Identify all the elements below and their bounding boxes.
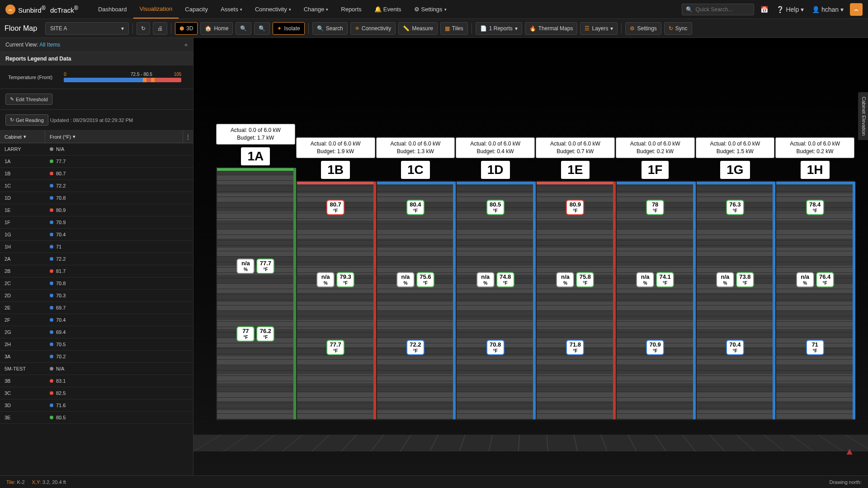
sensor-cluster: n/a%79.3°F — [316, 272, 354, 287]
racks-row: Actual: 0.0 of 6.0 kWBudget: 1.7 kW 1A n… — [216, 124, 854, 420]
quick-search[interactable]: 🔍 — [682, 4, 754, 15]
nav-visualization[interactable]: Visualization — [133, 0, 179, 19]
nav-reports[interactable]: Reports — [335, 0, 368, 19]
nav-capacity[interactable]: Capacity — [179, 0, 214, 19]
print-button[interactable]: 🖨 — [153, 22, 167, 35]
rack-body[interactable]: 76.3°Fn/a%73.8°F70.4°F — [696, 181, 775, 420]
rack-1D[interactable]: Actual: 0.0 of 6.0 kWBudget: 0.4 kW 1D 8… — [456, 137, 535, 420]
sensor-badge: 70.8°F — [486, 340, 505, 355]
sync-button[interactable]: ↻Sync — [664, 22, 692, 35]
sensor-cluster: 70.4°F — [726, 340, 744, 355]
rack-1E[interactable]: Actual: 0.0 of 6.0 kWBudget: 0.7 kW 1E 8… — [536, 137, 615, 420]
connectivity-button[interactable]: ✳Connectivity — [350, 22, 396, 35]
search-button[interactable]: 🔍Search — [312, 22, 348, 35]
rack-1F[interactable]: Actual: 0.0 of 6.0 kWBudget: 0.2 kW 1F 7… — [616, 137, 695, 420]
nav-events[interactable]: 🔔 Events — [368, 0, 408, 19]
refresh-button[interactable]: ↻ — [137, 22, 150, 35]
layers-button[interactable]: ☰Layers ▾ — [580, 22, 618, 35]
rack-1C[interactable]: Actual: 0.0 of 6.0 kWBudget: 1.3 kW 1C 8… — [376, 137, 455, 420]
rack-1A[interactable]: Actual: 0.0 of 6.0 kWBudget: 1.7 kW 1A n… — [216, 124, 295, 420]
zoom-out-button[interactable]: 🔍 — [254, 22, 270, 35]
3d-viewport[interactable]: Actual: 0.0 of 6.0 kWBudget: 1.7 kW 1A n… — [193, 38, 868, 475]
home-button[interactable]: 🏠Home — [200, 22, 233, 35]
collapse-sidebar-icon[interactable]: « — [184, 42, 188, 48]
user-avatar[interactable] — [850, 3, 863, 16]
table-row[interactable]: 2E69.7 — [0, 302, 193, 314]
cabinet-table[interactable]: LARRYN/A1A77.71B80.71C72.21D70.81E80.91F… — [0, 143, 193, 475]
table-row[interactable]: 1E80.9 — [0, 204, 193, 216]
table-row[interactable]: 1G70.4 — [0, 229, 193, 241]
thermal-icon: 🔥 — [529, 25, 536, 32]
sensor-badge: n/a% — [396, 272, 415, 287]
table-row[interactable]: 2C70.8 — [0, 277, 193, 290]
table-row[interactable]: 2H70.5 — [0, 338, 193, 351]
table-row[interactable]: 3E80.5 — [0, 412, 193, 424]
user-menu[interactable]: 👤 hchan ▾ — [810, 4, 845, 15]
sensor-badge: 80.9°F — [566, 200, 584, 215]
sensor-badge: 76.2°F — [256, 326, 274, 342]
gauge-bar[interactable] — [64, 78, 181, 82]
nav-settings[interactable]: ⚙ Settings ▾ — [408, 0, 453, 19]
sensor-cluster: 80.9°F — [566, 200, 584, 215]
table-row[interactable]: 3B83.1 — [0, 375, 193, 387]
sensor-cluster: n/a%73.8°F — [716, 272, 754, 287]
table-row[interactable]: 3C82.5 — [0, 387, 193, 399]
sensor-badge: n/a% — [316, 272, 335, 287]
tiles-button[interactable]: ▦Tiles — [440, 22, 468, 35]
table-row[interactable]: 2D70.3 — [0, 290, 193, 302]
table-row[interactable]: 2F70.4 — [0, 314, 193, 326]
table-row[interactable]: 1B80.7 — [0, 168, 193, 180]
sensor-badge: 79.3°F — [336, 272, 354, 287]
zoom-in-button[interactable]: 🔍 — [236, 22, 251, 35]
rack-body[interactable]: 80.9°Fn/a%75.8°F71.8°F — [536, 181, 615, 420]
3d-toggle[interactable]: ⬢3D — [175, 22, 198, 35]
table-row[interactable]: 2G69.4 — [0, 326, 193, 338]
rack-1B[interactable]: Actual: 0.0 of 6.0 kWBudget: 1.9 kW 1B 8… — [296, 137, 375, 420]
search-input[interactable] — [695, 6, 750, 13]
settings-button[interactable]: ⚙Settings — [625, 22, 661, 35]
table-row[interactable]: 1F70.9 — [0, 216, 193, 229]
table-row[interactable]: 3A70.2 — [0, 351, 193, 363]
col-cabinet[interactable]: Cabinet ▾ — [0, 131, 45, 143]
rack-body[interactable]: 78.4°Fn/a%76.4°F71°F — [775, 181, 854, 420]
table-row[interactable]: LARRYN/A — [0, 143, 193, 155]
measure-button[interactable]: 📏Measure — [398, 22, 438, 35]
nav-dashboard[interactable]: Dashboard — [92, 0, 133, 19]
table-row[interactable]: 2A72.2 — [0, 253, 193, 265]
status-dot — [50, 404, 53, 407]
sensor-badge: 78.4°F — [806, 200, 824, 215]
rack-body[interactable]: 80.5°Fn/a%74.8°F70.8°F — [456, 181, 535, 420]
table-row[interactable]: 1A77.7 — [0, 155, 193, 168]
rack-body[interactable]: 80.7°Fn/a%79.3°F77.7°F — [296, 181, 375, 420]
rack-body[interactable]: n/a%77.7°F77°F76.2°F — [216, 167, 295, 420]
reports-button[interactable]: 📄1 Reports ▾ — [476, 22, 522, 35]
rack-1H[interactable]: Actual: 0.0 of 6.0 kWBudget: 0.2 kW 1H 7… — [775, 137, 854, 420]
gauge-handle-high[interactable] — [151, 78, 155, 82]
table-row[interactable]: 1C72.2 — [0, 180, 193, 192]
col-front[interactable]: Front (°F) ▾ — [45, 131, 183, 143]
current-view-link[interactable]: All Items — [39, 42, 60, 48]
help-menu[interactable]: ❔ Help ▾ — [774, 4, 806, 15]
table-row[interactable]: 2B81.7 — [0, 265, 193, 277]
calendar-icon[interactable]: 📅 — [759, 4, 770, 15]
table-row[interactable]: 1D70.8 — [0, 192, 193, 204]
thermal-button[interactable]: 🔥Thermal Maps — [525, 22, 578, 35]
nav-connectivity[interactable]: Connectivity ▾ — [249, 0, 297, 19]
cabinet-elevation-tab[interactable]: Cabinet Elevation — [858, 92, 868, 140]
site-selector[interactable]: SITE A▾ — [45, 22, 129, 35]
table-row[interactable]: 5M-TESTN/A — [0, 363, 193, 375]
sensor-badge: 73.8°F — [736, 272, 754, 287]
rack-1G[interactable]: Actual: 0.0 of 6.0 kWBudget: 1.5 kW 1G 7… — [696, 137, 775, 420]
table-row[interactable]: 3D71.6 — [0, 399, 193, 412]
rack-body[interactable]: 80.4°Fn/a%75.6°F72.2°F — [376, 181, 455, 420]
get-reading-button[interactable]: ↻Get Reading — [5, 114, 48, 126]
nav-change[interactable]: Change ▾ — [297, 0, 335, 19]
nav-assets[interactable]: Assets ▾ — [214, 0, 249, 19]
gauge-handle-low[interactable] — [143, 78, 146, 82]
isolate-button[interactable]: ✦Isolate — [273, 22, 304, 35]
table-more-icon[interactable]: ⋮ — [183, 131, 193, 143]
table-row[interactable]: 1H71 — [0, 241, 193, 253]
edit-threshold-button[interactable]: ✎Edit Threshold — [5, 94, 52, 105]
report-icon: 📄 — [480, 25, 487, 32]
rack-body[interactable]: 78°Fn/a%74.1°F70.9°F — [616, 181, 695, 420]
